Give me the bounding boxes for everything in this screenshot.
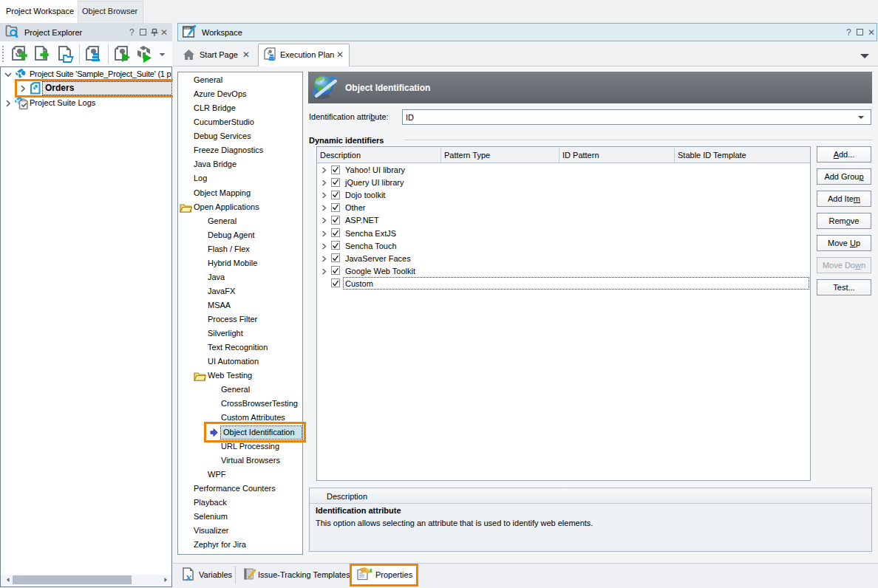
svg-text:x: x <box>185 571 191 581</box>
